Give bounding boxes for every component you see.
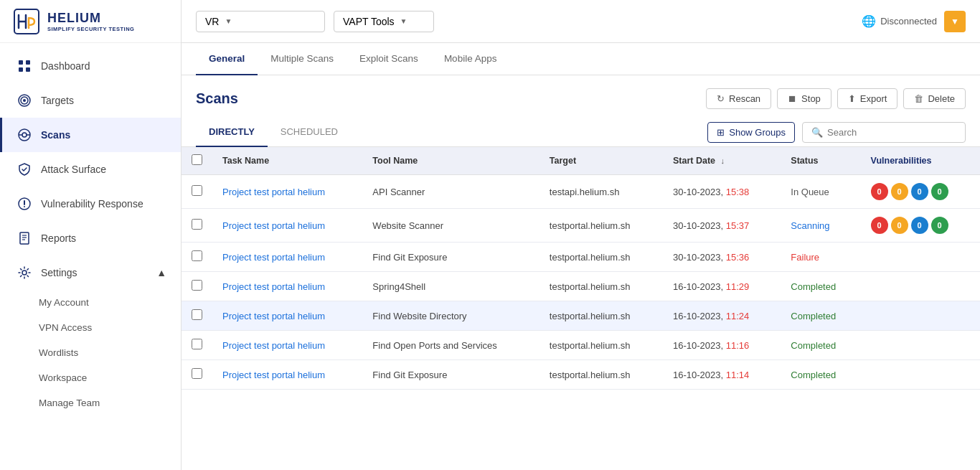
task-link-3[interactable]: Project test portal helium [222, 281, 325, 292]
row-checkbox-5[interactable] [192, 339, 202, 349]
delete-button[interactable]: 🗑 Delete [903, 88, 966, 109]
settings-icon [17, 265, 32, 281]
row-vulnerabilities [861, 301, 980, 331]
task-link-5[interactable]: Project test portal helium [222, 340, 325, 351]
table-row: Project test portal helium Find Git Expo… [182, 360, 980, 390]
svg-rect-4 [26, 67, 30, 72]
sidebar-item-dashboard[interactable]: Dashboard [0, 49, 181, 83]
row-task-name: Project test portal helium [212, 243, 362, 272]
task-link-2[interactable]: Project test portal helium [222, 252, 325, 263]
row-start-date: 16-10-2023, 11:24 [663, 301, 781, 331]
row-status: Failure [781, 243, 860, 272]
table-header-row: Task Name Tool Name Target Start Date ↓ [182, 147, 980, 175]
tab-general[interactable]: General [196, 43, 258, 75]
task-link-0[interactable]: Project test portal helium [222, 187, 325, 197]
report-icon [17, 230, 32, 246]
sidebar-item-my-account[interactable]: My Account [39, 290, 181, 315]
row-status: In Queue [781, 175, 860, 209]
sidebar-item-workspace[interactable]: Workspace [39, 365, 181, 390]
row-tool-name: Find Git Exposure [362, 243, 539, 272]
row-checkbox-cell [182, 175, 212, 209]
svg-rect-3 [19, 67, 23, 72]
scans-title: Scans [196, 90, 706, 107]
sidebar-scans-label: Scans [41, 129, 70, 141]
svg-point-14 [24, 206, 25, 207]
scan-icon [17, 127, 32, 143]
orange-dropdown-button[interactable]: ▼ [944, 11, 966, 32]
table-row: Project test portal helium Find Open Por… [182, 331, 980, 360]
tab-exploit-scans[interactable]: Exploit Scans [347, 43, 431, 75]
svg-point-9 [22, 133, 27, 137]
groups-icon: ⊞ [717, 127, 725, 138]
row-checkbox-2[interactable] [192, 250, 202, 261]
row-checkbox-1[interactable] [192, 219, 202, 230]
sub-tab-actions: ⊞ Show Groups 🔍 [707, 122, 966, 143]
svg-point-7 [23, 99, 26, 102]
row-status: Completed [781, 331, 860, 360]
task-link-4[interactable]: Project test portal helium [222, 311, 325, 321]
show-groups-button[interactable]: ⊞ Show Groups [707, 122, 795, 143]
row-task-name: Project test portal helium [212, 175, 362, 209]
row-checkbox-3[interactable] [192, 280, 202, 291]
sidebar-item-scans[interactable]: Scans [0, 118, 181, 152]
svg-rect-1 [19, 60, 23, 65]
topbar-right: 🌐 Disconnected ▼ [862, 11, 966, 32]
row-vulnerabilities [861, 360, 980, 390]
orange-chevron-icon: ▼ [951, 17, 959, 27]
task-link-6[interactable]: Project test portal helium [222, 370, 325, 380]
row-vulnerabilities: 0 0 0 0 [861, 209, 980, 243]
tab-mobile-apps[interactable]: Mobile Apps [431, 43, 510, 75]
tool-dropdown-chevron: ▼ [400, 17, 407, 25]
header-status: Status [781, 147, 860, 175]
sidebar-item-attack-surface[interactable]: Attack Surface [0, 152, 181, 187]
grid-icon [17, 58, 32, 74]
sidebar-nav: Dashboard Targets [0, 43, 181, 470]
row-vulnerabilities [861, 243, 980, 272]
row-checkbox-6[interactable] [192, 368, 202, 379]
chevron-up-icon: ▲ [156, 267, 166, 278]
row-target: testportal.helium.sh [540, 243, 663, 272]
row-task-name: Project test portal helium [212, 209, 362, 243]
shield-icon [17, 161, 32, 177]
rescan-button[interactable]: ↻ Rescan [706, 88, 771, 109]
tab-multiple-scans[interactable]: Multiple Scans [258, 43, 347, 75]
header-tool-name: Tool Name [362, 147, 539, 175]
sub-tab-scheduled[interactable]: SCHEDULED [268, 118, 351, 147]
export-button[interactable]: ⬆ Export [837, 88, 898, 109]
stop-button[interactable]: ⏹ Stop [777, 88, 831, 109]
task-link-1[interactable]: Project test portal helium [222, 220, 325, 231]
sidebar-settings-label: Settings [41, 267, 77, 278]
row-status: Completed [781, 272, 860, 301]
row-task-name: Project test portal helium [212, 360, 362, 390]
scans-header: Scans ↻ Rescan ⏹ Stop ⬆ Export 🗑 Delete [182, 75, 980, 118]
workspace-dropdown[interactable]: VR ▼ [196, 11, 325, 32]
header-checkbox-cell [182, 147, 212, 175]
badge-critical: 0 [871, 183, 888, 200]
row-tool-name: Spring4Shell [362, 272, 539, 301]
header-start-date[interactable]: Start Date ↓ [663, 147, 781, 175]
search-input[interactable] [827, 127, 956, 138]
sidebar-item-reports[interactable]: Reports [0, 221, 181, 255]
row-checkbox-4[interactable] [192, 309, 202, 320]
sidebar-dashboard-label: Dashboard [41, 60, 90, 72]
tool-dropdown[interactable]: VAPT Tools ▼ [334, 11, 434, 32]
topbar: VR ▼ VAPT Tools ▼ 🌐 Disconnected ▼ [182, 0, 980, 43]
sub-tab-directly[interactable]: DIRECTLY [196, 118, 268, 147]
app-subtitle: SIMPLIFY SECURITY TESTING [47, 26, 134, 32]
row-checkbox-cell [182, 360, 212, 390]
sidebar-item-targets[interactable]: Targets [0, 83, 181, 118]
settings-sub-nav: My Account VPN Access Wordlists Workspac… [0, 290, 181, 415]
sidebar-item-manage-team[interactable]: Manage Team [39, 390, 181, 415]
sidebar-item-wordlists[interactable]: Wordlists [39, 340, 181, 365]
badge-high: 0 [891, 217, 908, 234]
sidebar-item-vpn-access[interactable]: VPN Access [39, 315, 181, 340]
row-checkbox-0[interactable] [192, 185, 202, 196]
vuln-badges: 0 0 0 0 [871, 217, 970, 234]
search-box: 🔍 [802, 122, 966, 143]
logo-area: HELIUM SIMPLIFY SECURITY TESTING [0, 0, 181, 43]
sidebar-item-settings[interactable]: Settings ▲ [0, 255, 181, 290]
select-all-checkbox[interactable] [192, 154, 202, 165]
row-tool-name: Find Open Ports and Services [362, 331, 539, 360]
sidebar-item-vuln-response[interactable]: Vulnerability Response [0, 187, 181, 221]
row-target: testapi.helium.sh [540, 175, 663, 209]
